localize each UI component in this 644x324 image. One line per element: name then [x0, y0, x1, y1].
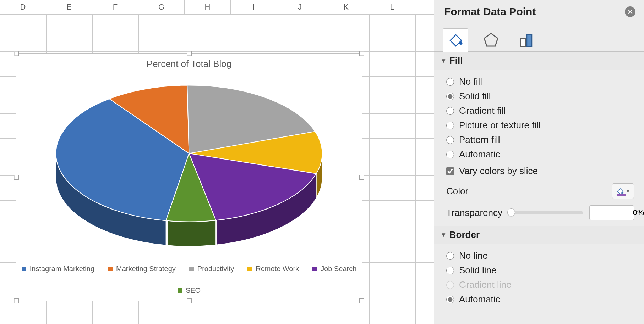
option-label: Gradient fill: [459, 105, 506, 116]
radio-picture-fill[interactable]: [446, 122, 454, 129]
option-label: Solid fill: [459, 91, 491, 102]
transparency-slider[interactable]: [509, 211, 583, 214]
radio-no-fill[interactable]: [446, 78, 454, 86]
tab-series-options[interactable]: [514, 28, 539, 51]
legend-swatch: [22, 267, 26, 271]
radio-gradient-fill[interactable]: [446, 107, 454, 115]
legend-item[interactable]: Productivity: [189, 265, 234, 273]
column-header[interactable]: E: [46, 0, 92, 14]
radio-automatic-border[interactable]: [446, 296, 454, 303]
legend-swatch: [178, 288, 182, 293]
resize-handle[interactable]: [14, 51, 19, 56]
color-picker-button[interactable]: ▼: [612, 183, 634, 199]
pentagon-icon: [483, 32, 499, 48]
color-label: Color: [446, 186, 468, 197]
tab-fill-and-line[interactable]: [443, 28, 468, 52]
chart-object[interactable]: Percent of Total Blog Instagram Marketin…: [16, 53, 362, 301]
radio-automatic-fill[interactable]: [446, 151, 454, 158]
checkbox-vary-colors[interactable]: [446, 167, 454, 175]
border-option-solid-line[interactable]: Solid line: [446, 263, 634, 278]
legend-swatch: [247, 267, 252, 271]
border-section-header[interactable]: ▼ Border: [434, 226, 644, 244]
tab-effects[interactable]: [478, 28, 504, 51]
chevron-down-icon: ▼: [441, 57, 447, 65]
legend-label: Remote Work: [256, 265, 299, 273]
column-header[interactable]: G: [138, 0, 185, 14]
legend-swatch: [108, 267, 113, 271]
fill-option-solid-fill[interactable]: Solid fill: [446, 89, 634, 104]
fill-option-pattern-fill[interactable]: Pattern fill: [446, 133, 634, 147]
fill-option-gradient-fill[interactable]: Gradient fill: [446, 104, 634, 118]
column-header[interactable]: H: [185, 0, 231, 14]
border-option-automatic[interactable]: Automatic: [446, 292, 634, 307]
transparency-label: Transparency: [446, 207, 502, 218]
option-label: No fill: [459, 76, 482, 87]
column-header[interactable]: I: [231, 0, 277, 14]
legend-item[interactable]: Instagram Marketing: [22, 265, 94, 273]
border-header-label: Border: [449, 229, 480, 240]
fill-section-header[interactable]: ▼ Fill: [434, 52, 644, 70]
resize-handle[interactable]: [359, 298, 364, 303]
chart-title[interactable]: Percent of Total Blog: [16, 58, 362, 69]
option-label: Vary colors by slice: [459, 166, 538, 177]
fill-option-automatic[interactable]: Automatic: [446, 147, 634, 162]
border-option-gradient-line: Gradient line: [446, 278, 634, 292]
border-option-no-line[interactable]: No line: [446, 248, 634, 263]
option-label: No line: [459, 250, 488, 261]
transparency-input[interactable]: [590, 208, 644, 217]
radio-no-line[interactable]: [446, 252, 454, 260]
panel-title: Format Data Point: [444, 6, 536, 18]
transparency-stepper[interactable]: ▲ ▼: [589, 205, 634, 220]
fill-section-body: No fill Solid fill Gradient fill Picture…: [434, 70, 644, 226]
legend-label: Instagram Marketing: [30, 265, 94, 273]
legend-label: Productivity: [197, 265, 234, 273]
radio-pattern-fill[interactable]: [446, 136, 454, 144]
resize-handle[interactable]: [14, 298, 19, 303]
radio-gradient-line: [446, 281, 454, 289]
border-section-body: No line Solid line Gradient line Automat…: [434, 244, 644, 312]
legend-item[interactable]: Remote Work: [247, 265, 299, 273]
option-label: Gradient line: [459, 279, 511, 290]
column-header[interactable]: D: [0, 0, 46, 14]
legend-item[interactable]: Job Search: [312, 265, 356, 273]
resize-handle[interactable]: [359, 51, 364, 56]
column-header[interactable]: L: [369, 0, 415, 14]
panel-header: Format Data Point: [434, 0, 644, 23]
svg-rect-1: [527, 34, 532, 46]
legend-swatch: [312, 267, 317, 271]
fill-option-no-fill[interactable]: No fill: [446, 74, 634, 89]
chart-legend[interactable]: Instagram MarketingMarketing StrategyPro…: [16, 265, 362, 295]
resize-handle[interactable]: [359, 175, 364, 180]
option-label: Automatic: [459, 149, 500, 160]
column-header[interactable]: J: [277, 0, 323, 14]
color-swatch-indicator: [617, 194, 626, 196]
option-label: Picture or texture fill: [459, 120, 541, 131]
fill-option-vary-colors[interactable]: Vary colors by slice: [446, 164, 634, 178]
radio-solid-fill[interactable]: [446, 93, 454, 100]
close-button[interactable]: [625, 6, 635, 17]
radio-solid-line[interactable]: [446, 267, 454, 274]
column-headers: DEFGHIJKL: [0, 0, 434, 14]
option-label: Automatic: [459, 294, 500, 305]
svg-rect-0: [520, 39, 525, 46]
option-label: Solid line: [459, 265, 497, 276]
legend-label: Job Search: [321, 265, 356, 273]
pie-chart[interactable]: [31, 69, 348, 258]
chevron-down-icon: ▼: [441, 231, 447, 239]
fill-header-label: Fill: [449, 55, 463, 66]
legend-item[interactable]: SEO: [178, 286, 201, 295]
legend-label: Marketing Strategy: [116, 265, 176, 273]
panel-tabs: [434, 23, 644, 52]
legend-item[interactable]: Marketing Strategy: [108, 265, 176, 273]
close-icon: [628, 9, 633, 14]
spreadsheet-grid[interactable]: DEFGHIJKL Percent of Total Blog Instagra…: [0, 0, 434, 324]
resize-handle[interactable]: [187, 51, 192, 56]
column-header[interactable]: K: [323, 0, 369, 14]
resize-handle[interactable]: [187, 298, 192, 303]
fill-option-picture-fill[interactable]: Picture or texture fill: [446, 118, 634, 133]
column-header[interactable]: F: [92, 0, 138, 14]
option-label: Pattern fill: [459, 134, 500, 145]
slider-thumb[interactable]: [507, 208, 515, 216]
format-panel: Format Data Point ▼ Fill: [434, 0, 644, 324]
resize-handle[interactable]: [14, 175, 19, 180]
